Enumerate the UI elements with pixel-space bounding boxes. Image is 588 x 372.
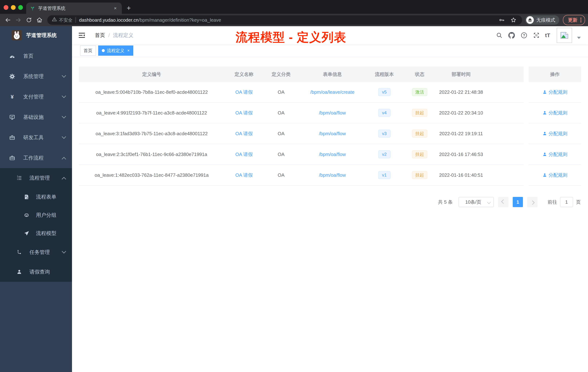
assign-rule-link[interactable]: 分配规则 xyxy=(542,131,567,137)
table-row: oa_leave:5:004b710b-7b8a-11ec-8ef0-acde4… xyxy=(79,82,524,103)
cell-definition-id: oa_leave:2:3c1f0ef1-76b1-11ec-9c66-a2380… xyxy=(79,152,224,157)
table-row: oa_leave:3:1fad3d93-7b75-11ec-a3c8-acde4… xyxy=(79,123,524,144)
sidebar-item-home[interactable]: 首页 xyxy=(0,46,72,66)
incognito-label: 无痕模式 xyxy=(536,17,555,23)
sidebar-item-leave-query[interactable]: 请假查询 xyxy=(0,262,72,282)
tag-process-definition[interactable]: 流程定义 × xyxy=(98,45,133,56)
page-unit-label: 页 xyxy=(576,199,581,205)
status-badge: 挂起 xyxy=(412,171,427,179)
table-action-cell: 分配规则 xyxy=(529,144,581,165)
definition-table: 定义编号 定义名称 定义分类 表单信息 流程版本 状态 部署时间 oa_leav… xyxy=(79,67,581,186)
sidebar-item-user-group[interactable]: 用户分组 xyxy=(0,206,72,224)
url-domain: dashboard.yudao.iocoder.cn xyxy=(79,17,138,23)
flow-icon xyxy=(16,249,22,255)
minimize-window-button[interactable] xyxy=(11,5,16,10)
app-title: 芋道管理系统 xyxy=(26,32,57,39)
bookmark-star-icon[interactable] xyxy=(509,16,518,24)
definition-name-link[interactable]: OA 请假 xyxy=(235,152,252,157)
status-badge: 挂起 xyxy=(412,109,427,117)
svg-text:?: ? xyxy=(523,33,525,37)
home-icon[interactable] xyxy=(34,15,44,25)
definition-name-link[interactable]: OA 请假 xyxy=(235,131,252,136)
sidebar-item-label: 研发工具 xyxy=(23,134,54,141)
chevron-up-icon xyxy=(62,177,66,181)
workflow-submenu: 流程管理 流程表单 用户分组 流程模型 xyxy=(0,168,72,282)
chevron-down-icon xyxy=(62,114,66,118)
chevron-left-icon xyxy=(501,199,505,204)
browser-menu-icon[interactable] xyxy=(580,20,581,21)
goto-page-input[interactable] xyxy=(560,197,573,207)
table-row: oa_leave:2:3c1f0ef1-76b1-11ec-9c66-a2380… xyxy=(79,144,524,165)
cell-category: OA xyxy=(264,152,299,157)
user-icon xyxy=(542,131,547,136)
table-fixed-actions-column: 操作 分配规则 分配规则 分配规则 分配规则 xyxy=(529,67,581,186)
assign-rule-label: 分配规则 xyxy=(548,131,567,137)
font-size-icon[interactable]: tT xyxy=(545,32,550,38)
page-size-select[interactable]: 10条/页 xyxy=(459,197,494,207)
chevron-down-icon xyxy=(487,200,491,204)
assign-rule-link[interactable]: 分配规则 xyxy=(542,89,567,95)
next-page-button[interactable] xyxy=(527,197,537,207)
page-number-button[interactable]: 1 xyxy=(513,197,523,207)
assign-rule-link[interactable]: 分配规则 xyxy=(542,110,567,116)
briefcase-icon xyxy=(9,155,15,161)
form-link[interactable]: /bpm/oa/flow xyxy=(319,172,346,178)
form-link[interactable]: /bpm/oa/leave/create xyxy=(310,89,355,95)
app-logo-row: 芋道管理系统 xyxy=(0,26,72,44)
tag-home[interactable]: 首页 xyxy=(80,45,96,56)
tags-view-bar: 首页 流程定义 × xyxy=(72,44,588,57)
avatar xyxy=(12,30,22,40)
definition-name-link[interactable]: OA 请假 xyxy=(235,172,252,178)
forward-icon[interactable] xyxy=(13,15,23,25)
close-window-button[interactable] xyxy=(4,5,8,10)
prev-page-button[interactable] xyxy=(498,197,508,207)
sidebar-item-task-management[interactable]: 任务管理 xyxy=(0,242,72,262)
sidebar-item-process-form[interactable]: 流程表单 xyxy=(0,188,72,206)
sidebar-fold-icon[interactable] xyxy=(78,32,85,39)
col-header-definition-category: 定义分类 xyxy=(264,71,299,77)
form-link[interactable]: /bpm/oa/flow xyxy=(319,152,346,157)
sidebar-item-system[interactable]: 系统管理 xyxy=(0,66,72,87)
browser-tab[interactable]: 芋道管理系统 × xyxy=(26,2,122,14)
new-tab-button[interactable]: + xyxy=(124,3,134,13)
password-key-icon[interactable] xyxy=(497,16,506,24)
user-icon xyxy=(542,110,547,115)
tab-close-icon[interactable]: × xyxy=(112,5,118,11)
help-icon[interactable]: ? xyxy=(520,32,528,39)
update-label[interactable]: 更新 xyxy=(568,17,578,23)
sidebar-item-process-management[interactable]: 流程管理 xyxy=(0,168,72,188)
url-bar[interactable]: 不安全 dashboard.yudao.iocoder.cn/bpm/manag… xyxy=(47,15,522,25)
fullscreen-icon[interactable] xyxy=(533,32,540,39)
tag-close-icon[interactable]: × xyxy=(127,48,130,53)
chrome-update-button[interactable]: 更新 xyxy=(563,15,585,25)
form-link[interactable]: /bpm/oa/flow xyxy=(319,131,346,136)
assign-rule-link[interactable]: 分配规则 xyxy=(542,172,567,178)
search-icon[interactable] xyxy=(496,32,503,39)
url-text[interactable]: dashboard.yudao.iocoder.cn/bpm/manager/d… xyxy=(79,17,221,23)
definition-name-link[interactable]: OA 请假 xyxy=(235,89,252,95)
sidebar-item-process-model[interactable]: 流程模型 xyxy=(0,224,72,242)
back-icon[interactable] xyxy=(3,15,13,25)
pagination: 共 5 条 10条/页 1 前往 页 xyxy=(79,197,581,207)
github-icon[interactable] xyxy=(508,32,515,39)
assign-rule-link[interactable]: 分配规则 xyxy=(542,151,567,158)
cell-category: OA xyxy=(264,110,299,116)
sidebar-item-dev-tools[interactable]: 研发工具 xyxy=(0,127,72,148)
sidebar-item-infrastructure[interactable]: 基础设施 xyxy=(0,107,72,127)
zoom-window-button[interactable] xyxy=(18,5,23,10)
definition-name-link[interactable]: OA 请假 xyxy=(235,110,252,116)
sidebar-item-workflow[interactable]: 工作流程 xyxy=(0,148,72,168)
window-controls[interactable] xyxy=(4,5,23,10)
status-badge: 挂起 xyxy=(412,150,427,158)
sidebar-item-payment[interactable]: ¥ 支付管理 xyxy=(0,87,72,107)
screenshot-root: 芋道管理系统 × + 不安全 dashboard.yudao.iocoder.c… xyxy=(0,0,588,372)
user-avatar-broken-image[interactable] xyxy=(557,28,572,43)
sidebar: 芋道管理系统 首页 系统管理 ¥ 支付管理 xyxy=(0,26,72,372)
reload-icon[interactable] xyxy=(24,15,34,25)
robot-face-icon xyxy=(24,212,30,218)
breadcrumb-home[interactable]: 首页 xyxy=(95,32,105,39)
security-label[interactable]: 不安全 xyxy=(59,17,73,23)
sidebar-item-label: 系统管理 xyxy=(23,73,54,80)
form-link[interactable]: /bpm/oa/flow xyxy=(319,110,346,116)
avatar-caret-down-icon[interactable] xyxy=(577,37,581,39)
